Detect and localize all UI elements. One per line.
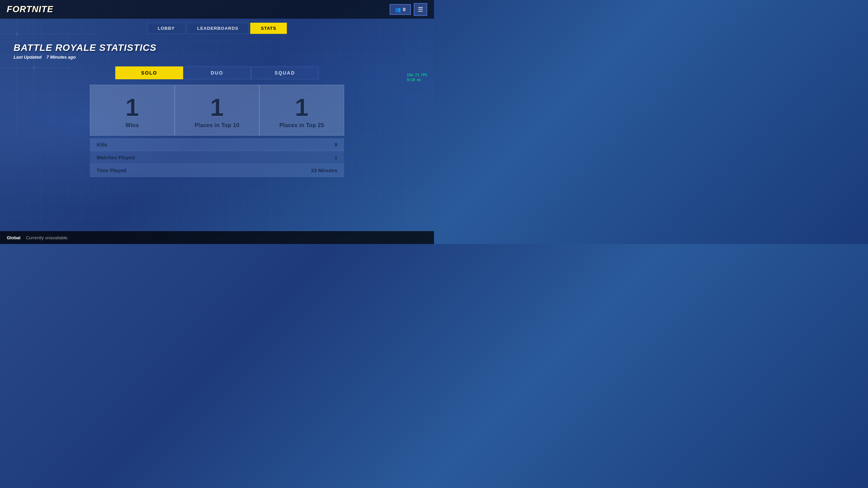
menu-button[interactable]: ☰: [414, 3, 427, 16]
friends-icon: 👥: [395, 7, 401, 12]
page-title: Battle Royale Statistics: [14, 42, 420, 53]
matches-label: Matches Played: [97, 155, 135, 160]
last-updated: Last Updated 7 Minutes ago: [14, 55, 420, 60]
stats-row-kills: Kills 9: [90, 138, 344, 151]
mode-tab-duo[interactable]: DUO: [183, 66, 251, 79]
hamburger-icon: ☰: [418, 6, 423, 13]
matches-value: 1: [335, 155, 337, 160]
stats-table: Kills 9 Matches Played 1 Time Played 23 …: [90, 138, 344, 177]
nav-tabs: LOBBY LEADERBOARDS STATS: [0, 19, 434, 38]
tab-lobby[interactable]: LOBBY: [147, 23, 185, 34]
status-text: Currently unavailable.: [26, 235, 68, 240]
stats-row-matches: Matches Played 1: [90, 151, 344, 164]
stat-card-top10: 1 Places in Top 10: [175, 85, 259, 136]
fps-counter: 194.73 FPS 9/10 ms: [407, 73, 427, 82]
top10-number: 1: [210, 95, 224, 120]
top25-number: 1: [295, 95, 309, 120]
last-updated-value: 7 Minutes ago: [46, 55, 76, 60]
wins-number: 1: [125, 95, 139, 120]
tab-stats[interactable]: STATS: [250, 23, 287, 34]
wins-label: Wins: [125, 122, 139, 128]
stat-card-top25: 1 Places in Top 25: [259, 85, 344, 136]
stats-row-time: Time Played 23 Minutes: [90, 164, 344, 177]
top10-label: Places in Top 10: [195, 122, 239, 128]
tab-leaderboards[interactable]: LEADERBOARDS: [187, 23, 249, 34]
kills-value: 9: [335, 142, 337, 147]
kills-label: Kills: [97, 142, 107, 147]
time-label: Time Played: [97, 167, 126, 173]
friends-count: 0: [403, 7, 406, 12]
stats-cards: 1 Wins 1 Places in Top 10 1 Places in To…: [90, 85, 344, 136]
mode-tabs: SOLO DUO SQUAD: [115, 66, 319, 79]
fps-line1: 194.73 FPS: [407, 73, 427, 78]
mode-tab-squad[interactable]: SQUAD: [251, 66, 319, 79]
friends-button[interactable]: 👥 0: [390, 4, 411, 15]
time-value: 23 Minutes: [311, 167, 337, 173]
stat-card-wins: 1 Wins: [90, 85, 175, 136]
app-logo: FORTNITE: [7, 4, 54, 15]
top-right-controls: 👥 0 ☰: [390, 3, 427, 16]
bottom-bar: Global Currently unavailable.: [0, 231, 434, 244]
global-label: Global: [7, 235, 20, 240]
main-content: Battle Royale Statistics Last Updated 7 …: [0, 36, 434, 230]
mode-tab-solo[interactable]: SOLO: [115, 66, 183, 79]
last-updated-label: Last Updated: [14, 55, 41, 60]
fps-line2: 9/10 ms: [407, 78, 427, 82]
top25-label: Places in Top 25: [279, 122, 324, 128]
top-bar: FORTNITE 👥 0 ☰: [0, 0, 434, 19]
